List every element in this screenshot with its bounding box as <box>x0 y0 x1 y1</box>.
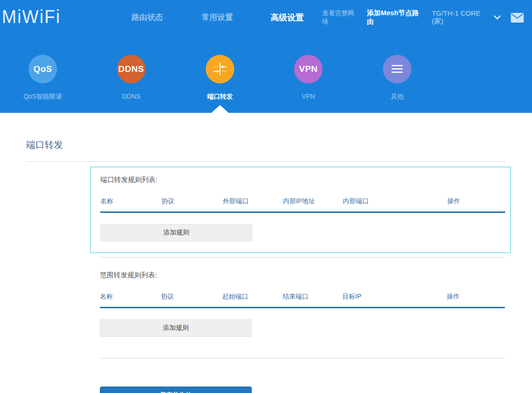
section-divider <box>100 358 505 358</box>
add-range-rule-button[interactable]: 添加规则 <box>100 319 252 337</box>
nav-item-advanced-settings[interactable]: 高级设置 <box>252 12 322 23</box>
column-int-port: 内部端口 <box>343 197 447 205</box>
tab-port-forward-label: 端口转发 <box>207 93 233 101</box>
column-protocol: 协议 <box>161 293 222 301</box>
qos-circle-text: QoS <box>34 64 52 74</box>
router-name-label: TG/TH-1 CORE (家) <box>432 9 490 26</box>
port-forward-icon <box>206 55 234 83</box>
add-rule-button[interactable]: 添加规则 <box>100 224 252 241</box>
top-navbar: MiWiFi 路由状态 常用设置 高级设置 查看完整网络 添加Mesh节点路由 … <box>0 0 532 35</box>
ddns-circle-icon: DDNS <box>117 55 145 83</box>
page-title: 端口转发 <box>26 139 532 151</box>
navbar-right: 查看完整网络 添加Mesh节点路由 TG/TH-1 CORE (家) <box>322 9 524 26</box>
column-start-port: 起始端口 <box>222 293 283 301</box>
save-apply-button[interactable]: 保存并生效 <box>100 387 252 393</box>
column-actions: 操作 <box>447 293 505 301</box>
range-forward-rules-section: 范围转发规则列表: 名称 协议 起始端口 结束端口 目标IP 操作 添加规则 <box>90 263 511 348</box>
range-forward-rules-header-row: 名称 协议 起始端口 结束端口 目标IP 操作 <box>100 293 505 308</box>
vpn-circle-icon: VPN <box>294 55 323 83</box>
add-mesh-node-link[interactable]: 添加Mesh节点路由 <box>367 9 422 26</box>
range-forward-rules-label: 范围转发规则列表: <box>100 271 511 280</box>
vpn-circle-text: VPN <box>299 64 318 74</box>
column-name: 名称 <box>100 293 161 301</box>
app-header: MiWiFi 路由状态 常用设置 高级设置 查看完整网络 添加Mesh节点路由 … <box>0 0 532 113</box>
nav-item-common-settings[interactable]: 常用设置 <box>182 12 252 23</box>
advanced-settings-tabs: QoS QoS智能限速 DDNS DDNS 端口 <box>0 35 532 113</box>
tab-ddns[interactable]: DDNS DDNS <box>97 55 166 100</box>
qos-circle-icon: QoS <box>29 55 57 83</box>
column-ext-port: 外部端口 <box>223 197 283 205</box>
tab-vpn[interactable]: VPN VPN <box>274 55 343 100</box>
column-protocol: 协议 <box>162 197 223 205</box>
port-forward-rules-section: 端口转发规则列表: 名称 协议 外部端口 内部IP地址 内部端口 操作 添加规则 <box>90 167 511 253</box>
column-int-ip: 内部IP地址 <box>283 197 343 205</box>
title-divider <box>26 161 506 162</box>
section-divider <box>100 257 505 258</box>
tab-other-label: 其他 <box>391 93 404 101</box>
column-name: 名称 <box>100 197 162 205</box>
active-tab-pointer <box>211 105 229 113</box>
column-end-port: 结束端口 <box>283 293 342 301</box>
mail-icon[interactable] <box>511 13 524 23</box>
miwifi-logo: MiWiFi <box>2 7 61 26</box>
chevron-down-icon <box>494 15 501 20</box>
tab-qos[interactable]: QoS QoS智能限速 <box>8 55 77 101</box>
tab-vpn-label: VPN <box>302 93 315 100</box>
page-content: 端口转发规则列表: 名称 协议 外部端口 内部IP地址 内部端口 操作 添加规则… <box>90 167 511 393</box>
port-forward-rules-label: 端口转发规则列表: <box>100 176 510 184</box>
menu-icon <box>383 55 411 83</box>
ddns-circle-text: DDNS <box>118 64 144 74</box>
nav-item-router-status[interactable]: 路由状态 <box>112 12 182 23</box>
tab-other[interactable]: 其他 <box>363 55 432 101</box>
port-forward-page: 端口转发 端口转发规则列表: 名称 协议 外部端口 内部IP地址 内部端口 操作… <box>0 113 532 393</box>
port-forward-rules-header-row: 名称 协议 外部端口 内部IP地址 内部端口 操作 <box>100 197 505 213</box>
router-selector[interactable]: TG/TH-1 CORE (家) <box>432 9 501 26</box>
view-full-network-link[interactable]: 查看完整网络 <box>322 9 359 26</box>
tab-ddns-label: DDNS <box>122 93 140 100</box>
column-actions: 操作 <box>447 197 505 205</box>
tab-port-forward[interactable]: 端口转发 <box>185 55 254 101</box>
tab-qos-label: QoS智能限速 <box>23 93 62 101</box>
column-target-ip: 目标IP <box>342 293 447 301</box>
main-nav: 路由状态 常用设置 高级设置 <box>112 12 322 23</box>
